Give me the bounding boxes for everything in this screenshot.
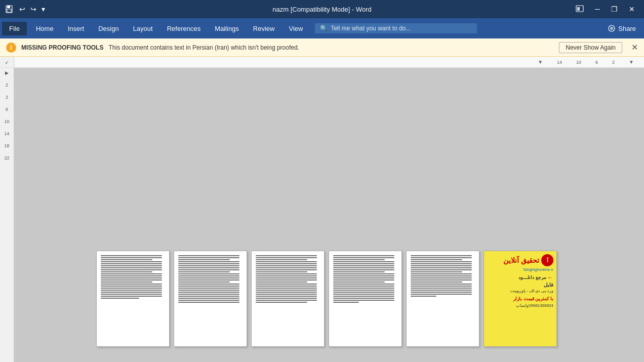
text-line [411,288,472,289]
text-line [178,292,239,293]
text-line [178,298,239,299]
close-button[interactable]: ✕ [624,3,640,15]
text-line [333,292,394,293]
menu-view[interactable]: View [281,22,310,35]
content-area: ▶ 2 2 6 10 14 18 22 [0,68,644,362]
never-show-again-button[interactable]: Never Show Again [559,42,622,53]
menu-file[interactable]: File [2,22,27,35]
menu-review[interactable]: Review [246,22,282,35]
text-line [411,284,472,285]
text-line [333,255,394,256]
text-line [256,302,307,303]
text-line [256,294,317,295]
text-line [411,290,472,291]
text-line [256,267,317,268]
text-line [411,275,472,276]
notification-close-button[interactable]: ✕ [631,43,638,52]
save-icon[interactable] [4,4,14,14]
text-line [411,261,472,262]
text-line [101,269,162,270]
undo-button[interactable]: ↩ [17,4,27,14]
title-bar: ↩ ↪ ▾ nazm [Compatibility Mode] - Word ─… [0,0,644,18]
text-line [178,263,239,264]
text-line [178,271,230,272]
text-line [101,275,162,276]
text-line [178,281,230,283]
text-line [256,263,317,264]
text-line [101,286,162,287]
menu-references[interactable]: References [160,22,208,35]
text-line [101,255,162,256]
ruler-num-2: 2 [612,60,615,65]
text-line [178,255,239,256]
ad-line5: 09981366624وانساپ [487,303,553,308]
text-line [101,259,152,260]
text-line [256,279,317,280]
ruler-horizontal: ▼ 14 10 6 2 ▼ [14,57,644,67]
v-ruler-14: 14 [4,131,9,136]
text-line [256,261,317,262]
text-line [101,277,162,278]
menu-design[interactable]: Design [91,22,126,35]
v-ruler-2b: 2 [6,95,8,100]
ad-line3: ورد-پی دی اف - پاورپوینت [487,289,553,293]
menu-layout[interactable]: Layout [126,22,160,35]
page-1 [96,251,170,347]
text-line [256,259,307,260]
text-line [333,263,394,264]
text-line [101,294,162,295]
text-line [178,288,239,289]
text-line [333,279,394,280]
text-line [256,286,317,287]
text-line [101,271,152,272]
text-line [256,281,307,283]
page-1-content [97,251,169,346]
page-5-content [407,251,479,346]
text-line [101,292,162,293]
text-line [256,273,317,274]
page-2 [174,251,247,347]
text-line [178,284,239,285]
text-line [178,275,239,276]
text-line [333,300,394,301]
ruler-num-10: 10 [576,60,581,65]
share-button[interactable]: Share [602,23,642,34]
v-ruler-2a: 2 [6,83,8,88]
text-line [101,298,139,299]
menu-mailings[interactable]: Mailings [208,22,246,35]
help-button[interactable] [571,3,589,16]
text-line [101,257,162,258]
text-line [333,298,394,299]
page-4-content [329,251,401,346]
v-ruler-18: 18 [4,143,9,148]
minimize-button[interactable]: ─ [590,3,605,15]
quick-access-dropdown[interactable]: ▾ [39,4,47,14]
text-line [178,300,239,301]
text-line [333,257,394,258]
text-line [333,267,394,268]
restore-button[interactable]: ❐ [606,3,623,15]
text-line [411,273,472,274]
menu-insert[interactable]: Insert [61,22,92,35]
ad-content: تحقیق آنلاین آ Tahghighonline.ir مرجع دا… [484,251,556,346]
text-line [178,269,239,270]
svg-rect-2 [7,9,11,12]
text-line [101,267,162,268]
redo-button[interactable]: ↪ [28,4,38,14]
text-line [101,273,162,274]
text-line [256,271,307,272]
text-line [178,294,239,295]
text-line [333,288,394,289]
text-line [333,265,394,266]
text-line [178,279,239,280]
ad-line2: فایل [487,282,553,288]
svg-rect-1 [7,6,10,8]
text-line [256,288,317,289]
menu-home[interactable]: Home [29,22,61,35]
tell-me-search[interactable]: 🔍 Tell me what you want to do... [315,23,477,33]
ruler-right-marker: ▼ [629,59,634,65]
text-line [101,281,152,283]
page-3 [251,251,325,347]
text-line [178,286,239,287]
text-line [411,292,472,293]
